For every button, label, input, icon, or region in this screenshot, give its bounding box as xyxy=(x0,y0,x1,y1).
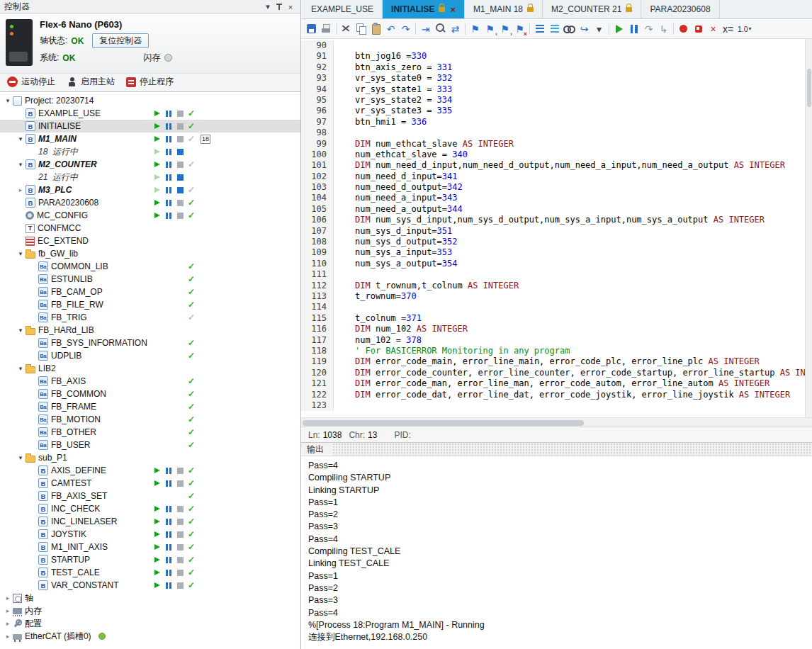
run-program-icon[interactable] xyxy=(152,465,163,476)
code-line[interactable]: 91btn_jog16 =330 xyxy=(301,51,805,62)
tree-item-fb-frame[interactable]: BaFB_FRAME✓ xyxy=(0,400,300,413)
horizontal-scrollbar-thumb[interactable] xyxy=(303,420,584,426)
halt-icon[interactable] xyxy=(676,21,691,36)
code-line[interactable]: 113t_rownum=370 xyxy=(301,291,805,302)
tree-item-fb-common[interactable]: BaFB_COMMON✓ xyxy=(0,388,300,400)
tree-item-var-constant[interactable]: BVAR_CONSTANT✓ xyxy=(0,579,300,592)
expression-icon[interactable]: x= xyxy=(721,21,735,36)
redo-icon[interactable]: ↷ xyxy=(398,21,413,36)
code-line[interactable]: 103num_need_d_output=342 xyxy=(301,182,805,193)
code-line[interactable]: 112DIM t_rownum,t_colnum AS INTEGER xyxy=(301,281,805,291)
cut-icon[interactable] xyxy=(339,21,354,36)
vertical-scrollbar-thumb[interactable] xyxy=(807,69,811,107)
run-program-icon[interactable] xyxy=(152,184,163,196)
goto-line-icon[interactable]: ⇥ xyxy=(418,21,433,36)
expander-icon[interactable]: ▾ xyxy=(16,135,26,142)
watch-icon[interactable] xyxy=(562,21,577,36)
run-program-icon[interactable] xyxy=(152,120,163,132)
stop-program-icon[interactable] xyxy=(174,516,186,527)
pause-icon[interactable] xyxy=(626,21,641,36)
code-line[interactable]: 106DIM num_sys_d_input,num_sys_d_output,… xyxy=(301,215,805,225)
code-line[interactable]: 117num_102 = 378 xyxy=(301,335,805,346)
paste-icon[interactable] xyxy=(368,21,383,36)
find-icon[interactable] xyxy=(433,21,448,36)
output-body[interactable]: Pass=4Compiling STARTUPLinking STARTUPPa… xyxy=(301,456,812,649)
tree-item-m1-main[interactable]: ▾BM1_MAIN✓18 xyxy=(0,132,300,145)
tree-item-inc-check[interactable]: BINC_CHECK✓ xyxy=(0,502,300,515)
run-program-icon[interactable] xyxy=(152,210,163,221)
run-program-icon[interactable] xyxy=(152,567,163,578)
expander-icon[interactable]: ▾ xyxy=(16,161,26,168)
tree-item-18[interactable]: 18 运行中 xyxy=(0,145,300,158)
stop-program-button[interactable]: 停止程序 xyxy=(126,76,174,88)
expander-icon[interactable]: ▸ xyxy=(3,607,13,614)
run-program-icon[interactable] xyxy=(152,541,163,553)
tree-item-21[interactable]: 21 运行中 xyxy=(0,171,300,184)
stop-program-icon[interactable] xyxy=(174,108,186,119)
pause-program-icon[interactable] xyxy=(163,171,174,183)
run-program-icon[interactable] xyxy=(152,197,163,208)
expander-icon[interactable]: ▾ xyxy=(16,250,26,257)
run-program-icon[interactable] xyxy=(152,108,163,119)
stop-program-icon[interactable] xyxy=(174,197,186,208)
code-line[interactable]: 122DIM error_code_dat, error_line_dat, e… xyxy=(301,390,805,400)
code-line[interactable]: 123 xyxy=(301,400,805,411)
stop-program-icon[interactable] xyxy=(174,171,186,183)
vertical-scrollbar[interactable] xyxy=(805,39,812,417)
pause-program-icon[interactable] xyxy=(163,108,174,119)
code-line[interactable]: 109num_sys_a_input=353 xyxy=(301,247,805,258)
run-program-icon[interactable] xyxy=(152,159,163,170)
tree-item-item[interactable]: ▸配置 xyxy=(0,617,300,630)
tree-item-ethercat-0[interactable]: ▸EtherCAT (插槽0) xyxy=(0,630,300,643)
tree-item-fb-trig[interactable]: BaFB_TRIG✓ xyxy=(0,311,300,324)
code-line[interactable]: 92btn_axis_zero = 331 xyxy=(301,62,805,73)
pause-program-icon[interactable] xyxy=(163,159,174,170)
tree-item-m1-init-axis[interactable]: BM1_INIT_AXIS✓ xyxy=(0,541,300,553)
enable-master-button[interactable]: 启用主站 xyxy=(67,76,115,88)
tree-item-startup[interactable]: BSTARTUP✓ xyxy=(0,553,300,566)
expander-icon[interactable]: ▾ xyxy=(16,327,26,334)
tree-item-item[interactable]: ▸内存 xyxy=(0,604,300,617)
pause-program-icon[interactable] xyxy=(163,197,174,208)
pause-program-icon[interactable] xyxy=(163,503,174,514)
pause-program-icon[interactable] xyxy=(163,529,174,540)
breakpoint-icon[interactable] xyxy=(691,21,706,36)
pause-program-icon[interactable] xyxy=(163,580,174,591)
expander-icon[interactable]: ▸ xyxy=(3,594,13,602)
stop-program-icon[interactable] xyxy=(174,580,186,591)
zoom-level[interactable]: 1.0▾ xyxy=(735,21,754,36)
stop-program-icon[interactable] xyxy=(174,210,186,221)
goto-pc-icon[interactable]: ↪ xyxy=(577,21,592,36)
tree-item-ec-extend[interactable]: EC_EXTEND xyxy=(0,235,300,247)
pause-program-icon[interactable] xyxy=(163,567,174,578)
breakpoint-clear-icon[interactable]: × xyxy=(706,21,721,36)
pause-program-icon[interactable] xyxy=(163,516,174,527)
close-tab-icon[interactable]: × xyxy=(450,5,456,14)
tree-item-example-use[interactable]: BEXAMPLE_USE✓ xyxy=(0,107,300,120)
pause-program-icon[interactable] xyxy=(163,554,174,565)
stop-program-icon[interactable] xyxy=(174,120,186,132)
tree-item-fb-file-rw[interactable]: BaFB_FILE_RW✓ xyxy=(0,298,300,311)
run-program-icon[interactable] xyxy=(152,171,163,183)
tree-item-initialise[interactable]: BINITIALISE✓ xyxy=(0,120,300,132)
run-program-icon[interactable] xyxy=(152,503,163,514)
pause-program-icon[interactable] xyxy=(163,120,174,132)
code-line[interactable]: 90 xyxy=(301,40,805,51)
tree-item-lib2[interactable]: ▾LIB2 xyxy=(0,362,300,375)
code-line[interactable]: 121DIM error_code_man, error_line_man, e… xyxy=(301,378,805,389)
tree-item-fb-sys-information[interactable]: BaFB_SYS_INFORMATION✓ xyxy=(0,337,300,349)
stop-program-icon[interactable] xyxy=(174,146,186,157)
stop-program-icon[interactable] xyxy=(174,503,186,514)
tree-item-axis-define[interactable]: BAXIS_DEFINE✓ xyxy=(0,464,300,477)
code-line[interactable]: 119DIM error_code_main, error_line_main,… xyxy=(301,356,805,367)
tree-item-mc-config[interactable]: MC_CONFIG✓ xyxy=(0,209,300,222)
expander-icon[interactable]: ▾ xyxy=(16,365,26,372)
code-line[interactable]: 101DIM num_need_d_input,num_need_d_outpu… xyxy=(301,160,805,171)
tree-item-fb-other[interactable]: BaFB_OTHER✓ xyxy=(0,426,300,439)
expander-icon[interactable]: ▾ xyxy=(3,97,13,104)
expander-icon[interactable]: ▾ xyxy=(16,454,26,461)
stop-program-icon[interactable] xyxy=(174,541,186,553)
outline-list-icon[interactable] xyxy=(532,21,547,36)
code-line[interactable]: 110num_sys_a_output=354 xyxy=(301,259,805,269)
tree-item-common-lib[interactable]: BaCOMMON_LIB✓ xyxy=(0,260,300,273)
